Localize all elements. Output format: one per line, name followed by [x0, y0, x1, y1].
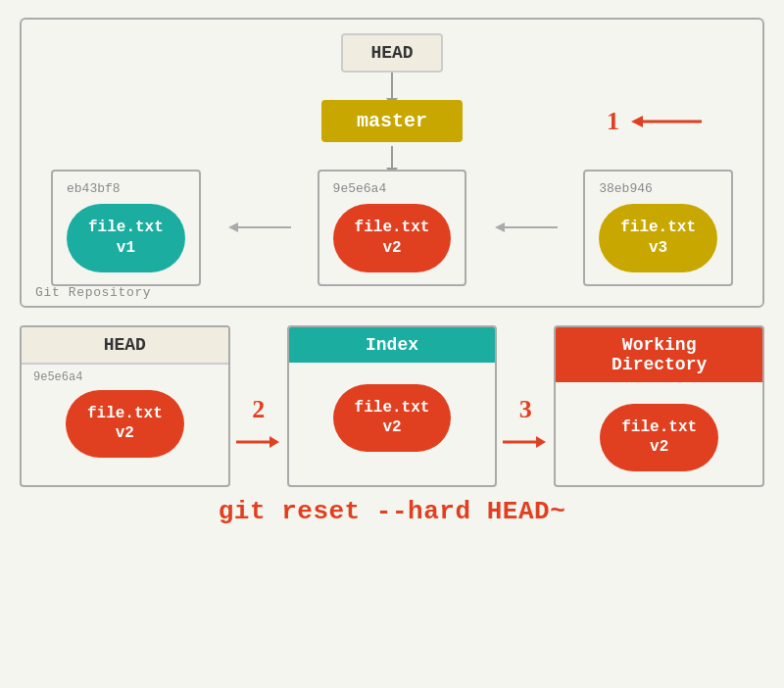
- repo-label: Git Repository: [35, 285, 151, 300]
- git-repository-section: HEAD master 1 eb43bf8 file.txtv1: [20, 18, 764, 308]
- arrow-1-container: 1: [607, 107, 704, 136]
- commit-id-right: 38eb946: [599, 181, 653, 196]
- zone-workdir-label: WorkingDirectory: [612, 335, 707, 374]
- zone-index-blob: file.txtv2: [333, 384, 452, 453]
- svg-marker-5: [495, 222, 505, 232]
- commit-box-left: eb43bf8 file.txtv1: [51, 170, 201, 286]
- blob-v1: file.txtv1: [67, 204, 185, 272]
- commit-id-center: 9e5e6a4: [333, 181, 387, 196]
- svg-marker-1: [631, 116, 643, 127]
- head-row: HEAD: [41, 33, 743, 73]
- bottom-section: HEAD 9e5e6a4 file.txtv2 2 Index file.txt…: [20, 325, 764, 527]
- commits-row: eb43bf8 file.txtv1 9e5e6a4 file.txtv2 38…: [41, 170, 743, 286]
- master-box: master: [321, 100, 463, 142]
- zone-head-blob: file.txtv2: [66, 390, 184, 459]
- zones-row: HEAD 9e5e6a4 file.txtv2 2 Index file.txt…: [20, 325, 764, 488]
- zone-head-commit-id: 9e5e6a4: [31, 370, 82, 384]
- svg-marker-7: [270, 436, 279, 448]
- master-to-commits-line: [41, 146, 743, 170]
- head-box: HEAD: [341, 33, 442, 73]
- arrow-1-label: 1: [607, 107, 619, 136]
- v-connector-1: [391, 73, 393, 100]
- zone-workdir: WorkingDirectory file.txtv2: [554, 325, 764, 488]
- zone-index-header: Index: [289, 327, 496, 363]
- master-row: master 1: [41, 100, 743, 142]
- arrow-3-label: 3: [519, 395, 532, 424]
- master-label: master: [357, 110, 427, 132]
- arrow-2-label: 2: [252, 395, 265, 424]
- zone-head-header: HEAD: [22, 327, 228, 365]
- arrow-right-to-center: [476, 216, 573, 239]
- zone-index-label: Index: [366, 335, 418, 355]
- head-to-master-line: [41, 73, 743, 100]
- svg-marker-3: [228, 222, 238, 232]
- zone-workdir-blob: file.txtv2: [600, 404, 718, 472]
- arrow-center-to-left: [211, 216, 308, 239]
- v-connector-2: [391, 146, 393, 170]
- command-label: git reset --hard HEAD~: [20, 497, 764, 526]
- zone-head-label: HEAD: [104, 335, 146, 355]
- svg-marker-9: [536, 436, 546, 448]
- arrow-3-container: 3: [497, 365, 554, 488]
- commit-id-left: eb43bf8: [67, 181, 121, 196]
- head-label: HEAD: [370, 43, 413, 63]
- blob-v3: file.txtv3: [599, 204, 717, 272]
- zone-index: Index file.txtv2: [287, 325, 498, 488]
- arrow-1-graphic: [625, 108, 704, 135]
- blob-v2: file.txtv2: [333, 204, 452, 272]
- commit-box-right: 38eb946 file.txtv3: [583, 170, 733, 286]
- zone-head: HEAD 9e5e6a4 file.txtv2: [20, 325, 230, 488]
- commit-box-center: 9e5e6a4 file.txtv2: [318, 170, 467, 286]
- arrow-2-container: 2: [230, 365, 287, 488]
- zone-workdir-header: WorkingDirectory: [556, 327, 762, 382]
